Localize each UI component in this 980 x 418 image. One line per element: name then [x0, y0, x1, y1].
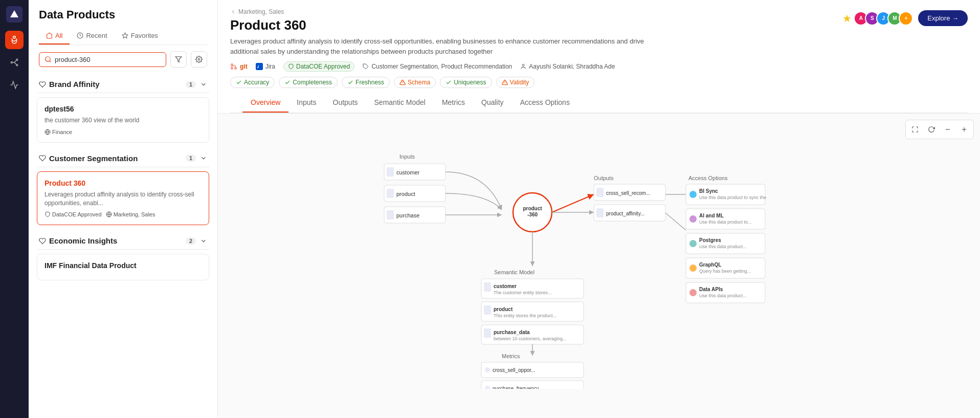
svg-point-61 [689, 265, 697, 272]
chevron-down-icon-3[interactable] [200, 237, 207, 245]
search-input[interactable] [55, 56, 161, 63]
card-dptest56[interactable]: dptest56 the customer 360 view of the wo… [37, 97, 209, 143]
badge-schema[interactable]: Schema [394, 77, 436, 88]
svg-point-16 [231, 64, 233, 66]
badge-completeness[interactable]: Completeness [279, 77, 338, 88]
filter-button[interactable] [170, 51, 187, 68]
tab-quality[interactable]: Quality [473, 93, 512, 113]
jira-link[interactable]: J Jira [256, 63, 275, 70]
card-title-imf: IMF Financial Data Product [44, 261, 202, 270]
diagram-controls [905, 120, 974, 139]
svg-rect-33 [387, 189, 394, 198]
card-domain-tag-2: Marketing, Sales [106, 211, 155, 217]
fullscreen-button[interactable] [908, 122, 922, 137]
section-brand-affinity: Brand Affinity 1 [37, 74, 209, 93]
tab-inputs[interactable]: Inputs [288, 93, 324, 113]
zoom-out-icon [944, 126, 951, 133]
datacoe-badge: DataCOE Approved [283, 61, 354, 72]
sem-purchase-data: purchase_data between 10 customers, aver… [481, 325, 584, 344]
sidebar-content: Brand Affinity 1 dptest56 the customer 3… [29, 74, 217, 418]
settings-button[interactable] [191, 51, 207, 68]
tab-metrics[interactable]: Metrics [434, 93, 473, 113]
section-economic-insights: Economic Insights 2 [37, 230, 209, 250]
svg-text:-360: -360 [527, 212, 538, 217]
metric-purchase-freq: purchase_frequency [481, 381, 584, 389]
section-count-economic-insights: 2 [186, 237, 196, 245]
overview-diagram: Inputs customer product purchase [369, 143, 829, 389]
svg-text:cross_sell_recom...: cross_sell_recom... [606, 190, 650, 196]
svg-text:This entity stores the product: This entity stores the product... [494, 313, 556, 318]
zoom-in-icon [961, 126, 968, 133]
input-purchase: purchase [384, 207, 446, 223]
main-content: Marketing, Sales Product 360 ★ A S J M +… [218, 0, 980, 418]
badge-validity[interactable]: Validity [496, 77, 535, 88]
sidebar-title: Data Products [39, 8, 207, 21]
search-box[interactable] [39, 52, 166, 67]
search-icon [44, 56, 52, 63]
tab-recent[interactable]: Recent [70, 28, 114, 45]
section-title-economic-insights: Economic Insights [49, 236, 117, 245]
svg-text:Query has been getting...: Query has been getting... [699, 269, 751, 274]
tags-meta: Customer Segmentation, Product Recommend… [363, 63, 512, 70]
diagram-area: Inputs customer product purchase [218, 114, 980, 418]
badge-accuracy[interactable]: Accuracy [230, 77, 275, 88]
tab-favorites[interactable]: Favorites [115, 28, 165, 45]
svg-text:Semantic Model: Semantic Model [494, 269, 534, 275]
chevron-down-icon-2[interactable] [200, 155, 207, 162]
svg-text:Metrics: Metrics [502, 353, 520, 359]
card-domain-tag: Finance [44, 129, 72, 135]
svg-rect-52 [686, 209, 765, 229]
svg-rect-64 [686, 282, 765, 303]
favorite-button[interactable]: ★ [842, 12, 852, 25]
svg-point-2 [11, 62, 12, 63]
access-bi-sync: BI Sync Use this data product to sync th… [686, 184, 766, 205]
back-icon[interactable] [230, 9, 236, 15]
quality-badges: Accuracy Completeness Freshness Schema U… [230, 77, 968, 88]
nav-pipelines[interactable] [5, 53, 24, 72]
nav-monitoring[interactable] [5, 76, 24, 94]
sidebar: Data Products All Recent Favorites [29, 0, 218, 418]
svg-text:product: product [523, 206, 542, 211]
svg-text:product: product [396, 191, 415, 197]
nav-data-products[interactable] [5, 31, 24, 49]
chevron-down-icon[interactable] [200, 81, 207, 88]
shield-icon [288, 63, 294, 70]
product-description: Leverages product affinity analysis to i… [230, 36, 650, 56]
tab-all[interactable]: All [39, 28, 70, 45]
user-icon [520, 63, 526, 70]
card-product-360[interactable]: Product 360 Leverages product affinity a… [37, 171, 209, 226]
card-title-product360: Product 360 [44, 179, 202, 187]
tab-overview[interactable]: Overview [242, 93, 288, 113]
svg-point-10 [198, 58, 200, 60]
tab-outputs[interactable]: Outputs [325, 93, 366, 113]
svg-text:customer: customer [396, 169, 420, 175]
tab-access-options[interactable]: Access Options [512, 93, 578, 113]
card-desc-product360: Leverages product affinity analysis to i… [44, 190, 202, 208]
svg-rect-56 [686, 233, 765, 254]
svg-rect-45 [596, 208, 604, 217]
zoom-in-button[interactable] [957, 122, 971, 137]
svg-point-3 [16, 59, 18, 60]
explore-button[interactable]: Explore → [918, 10, 968, 26]
badge-uniqueness[interactable]: Uniqueness [440, 77, 492, 88]
svg-marker-9 [175, 57, 182, 62]
svg-point-17 [231, 68, 233, 70]
sidebar-tabs: All Recent Favorites [39, 28, 207, 45]
card-imf[interactable]: IMF Financial Data Product [37, 254, 209, 280]
svg-rect-30 [387, 167, 394, 177]
authors-meta: Aayushi Solanki, Shraddha Ade [520, 63, 615, 70]
svg-point-57 [689, 240, 697, 247]
tab-semantic-model[interactable]: Semantic Model [366, 93, 434, 113]
diagram-container: Inputs customer product purchase [218, 114, 980, 418]
badge-freshness[interactable]: Freshness [342, 77, 390, 88]
card-tags-product360: DataCOE Approved Marketing, Sales [44, 211, 202, 217]
svg-marker-6 [122, 33, 128, 38]
warn-icon-2 [502, 79, 508, 85]
svg-text:purchase_frequency: purchase_frequency [493, 386, 539, 389]
access-graphql: GraphQL Query has been getting... [686, 258, 765, 278]
zoom-out-button[interactable] [941, 122, 955, 137]
check-icon [236, 79, 242, 85]
git-link[interactable]: git [230, 63, 248, 70]
refresh-button[interactable] [924, 122, 939, 137]
svg-point-83 [485, 367, 490, 372]
